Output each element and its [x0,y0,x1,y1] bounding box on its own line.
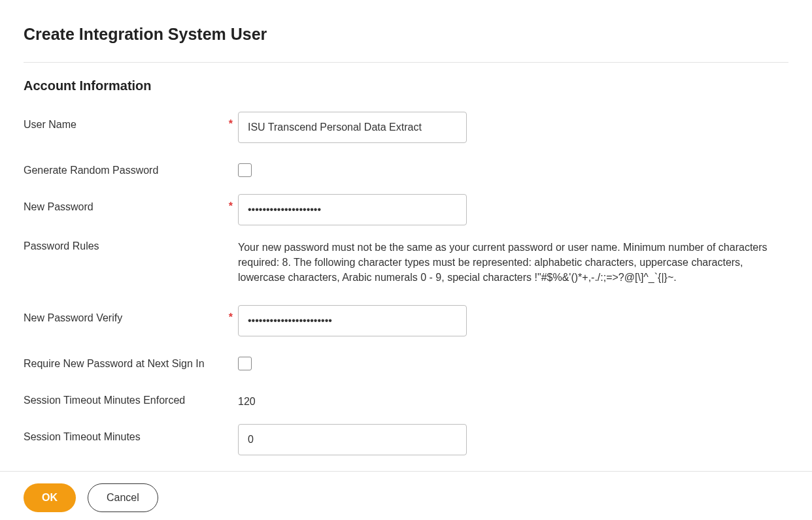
new-password-field[interactable] [238,194,467,225]
required-indicator: * [229,201,233,212]
password-rules-text: Your new password must not be the same a… [238,240,787,285]
row-require-new-password: Require New Password at Next Sign In [24,351,788,373]
label-new-password: New Password [24,201,93,214]
row-new-password-verify: New Password Verify * [24,305,788,336]
row-session-timeout-minutes: Session Timeout Minutes [24,424,788,455]
label-require-new-password: Require New Password at Next Sign In [24,357,205,371]
section-title: Account Information [24,78,788,93]
page-title: Create Integration System User [24,25,788,44]
session-timeout-minutes-field[interactable] [238,424,467,455]
required-indicator: * [229,312,233,323]
label-generate-random-password: Generate Random Password [24,164,158,178]
title-divider [24,62,788,63]
label-user-name: User Name [24,118,76,132]
page-content: Create Integration System User Account I… [0,0,812,489]
row-session-timeout-enforced: Session Timeout Minutes Enforced 120 [24,387,788,410]
user-name-field[interactable] [238,112,467,143]
footer-actions: OK Cancel [0,471,812,520]
generate-random-password-checkbox[interactable] [238,163,252,177]
session-timeout-enforced-value: 120 [238,387,788,410]
label-session-timeout-enforced: Session Timeout Minutes Enforced [24,394,185,408]
label-session-timeout-minutes: Session Timeout Minutes [24,431,141,444]
row-user-name: User Name * [24,112,788,143]
required-indicator: * [229,118,233,129]
new-password-verify-field[interactable] [238,305,467,336]
label-new-password-verify: New Password Verify [24,312,122,325]
row-new-password: New Password * [24,194,788,225]
ok-button[interactable]: OK [24,483,76,512]
require-new-password-checkbox[interactable] [238,357,252,370]
row-password-rules: Password Rules Your new password must no… [24,240,788,285]
label-password-rules: Password Rules [24,240,99,253]
row-generate-random-password: Generate Random Password [24,157,788,180]
cancel-button[interactable]: Cancel [88,483,158,512]
